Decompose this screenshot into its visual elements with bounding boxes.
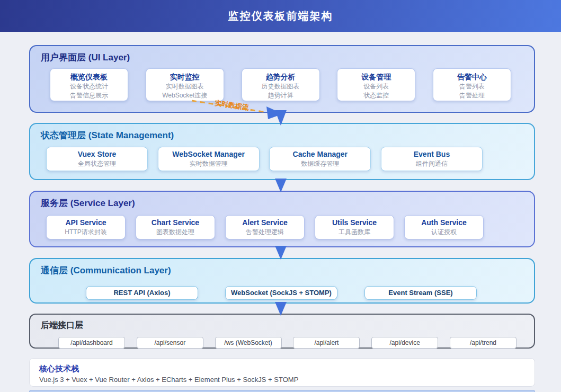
card-subtitle: 历史数据图表: [242, 82, 319, 91]
card-title: Event Bus: [381, 149, 482, 159]
state-layer-title: 状态管理层 (State Management): [41, 130, 534, 141]
ui-layer: 用户界面层 (UI Layer) 概览仪表板 设备状态统计 告警信息展示 实时监…: [29, 45, 535, 113]
card-subtitle: 趋势计算: [242, 91, 319, 100]
card-title: Alert Service: [226, 217, 304, 228]
card-title: REST API (Axios): [86, 287, 198, 299]
card-title: 实时监控: [146, 72, 224, 82]
card-subtitle: 设备列表: [337, 82, 415, 91]
card-realtime-monitor: 实时监控 实时数据图表 WebSocket连接: [146, 68, 224, 101]
page-header: 监控仪表板前端架构: [0, 0, 561, 32]
endpoint-api-sensor: /api/sensor: [137, 337, 203, 349]
tech-stack-title: 核心技术栈: [39, 363, 525, 373]
page-title: 监控仪表板前端架构: [228, 9, 333, 23]
state-management-layer: 状态管理层 (State Management) Vuex Store 全局状态…: [29, 123, 535, 180]
communication-layer-title: 通信层 (Communication Layer): [41, 265, 534, 277]
service-layer: 服务层 (Service Layer) API Service HTTP请求封装…: [29, 191, 535, 247]
card-subtitle: WebSocket连接: [146, 91, 224, 100]
architecture-diagram: 监控仪表板前端架构 用户界面层 (UI Layer) 概览仪表板 设备状态统计 …: [0, 0, 561, 392]
backend-layer-title: 后端接口层: [41, 319, 534, 331]
box-event-stream: Event Stream (SSE): [364, 286, 477, 300]
card-subtitle: 图表数据处理: [136, 228, 215, 237]
card-title: WebSocket (SockJS + STOMP): [226, 287, 337, 299]
card-alert-center: 告警中心 告警列表 告警处理: [433, 68, 511, 101]
card-subtitle: 告警列表: [433, 82, 511, 91]
communication-layer-cards: REST API (Axios) WebSocket (SockJS + STO…: [86, 286, 477, 300]
card-title: 概览仪表板: [50, 72, 128, 82]
service-layer-cards: API Service HTTP请求封装 Chart Service 图表数据处…: [46, 215, 484, 239]
card-title: WebSocket Manager: [158, 149, 259, 159]
endpoint-api-dashboard: /api/dashboard: [58, 337, 125, 349]
card-subtitle: 告警信息展示: [50, 91, 128, 100]
card-title: Vuex Store: [47, 149, 147, 159]
card-chart-service: Chart Service 图表数据处理: [136, 215, 215, 239]
box-websocket: WebSocket (SockJS + STOMP): [225, 286, 337, 300]
card-api-service: API Service HTTP请求封装: [46, 215, 126, 239]
card-device-management: 设备管理 设备列表 状态监控: [337, 68, 415, 101]
card-websocket-manager: WebSocket Manager 实时数据管理: [158, 147, 260, 171]
backend-layer-endpoints: /api/dashboard /api/sensor /ws (WebSocke…: [58, 337, 517, 349]
card-trend-analysis: 趋势分析 历史数据图表 趋势计算: [242, 68, 320, 101]
card-subtitle: 全局状态管理: [47, 159, 147, 168]
backend-api-layer: 后端接口层 /api/dashboard /api/sensor /ws (We…: [29, 314, 535, 349]
card-subtitle: 认证授权: [405, 228, 483, 237]
card-title: API Service: [47, 217, 125, 228]
card-subtitle: 实时数据图表: [146, 82, 224, 91]
card-title: Utils Service: [315, 217, 394, 228]
card-title: 告警中心: [433, 72, 511, 82]
endpoint-api-trend: /api/trend: [450, 337, 517, 349]
endpoint-label: /api/trend: [450, 337, 516, 348]
endpoint-label: /api/dashboard: [59, 337, 124, 348]
card-event-bus: Event Bus 组件间通信: [381, 147, 483, 171]
card-subtitle: 实时数据管理: [158, 159, 259, 168]
card-subtitle: 状态监控: [337, 91, 415, 100]
endpoint-label: /api/alert: [293, 337, 359, 348]
service-layer-title: 服务层 (Service Layer): [41, 198, 534, 209]
endpoint-api-device: /api/device: [371, 337, 438, 349]
ui-layer-title: 用户界面层 (UI Layer): [41, 52, 534, 64]
endpoint-ws-websocket: /ws (WebSocket): [215, 337, 282, 349]
tech-stack-items: Vue.js 3 + Vuex + Vue Router + Axios + E…: [39, 375, 525, 385]
card-vuex-store: Vuex Store 全局状态管理: [46, 147, 148, 171]
card-subtitle: 告警处理逻辑: [226, 228, 304, 237]
card-subtitle: 组件间通信: [381, 159, 482, 168]
card-subtitle: 告警处理: [433, 91, 511, 100]
cut-off-box-edge: [29, 390, 535, 392]
state-layer-cards: Vuex Store 全局状态管理 WebSocket Manager 实时数据…: [46, 147, 483, 171]
endpoint-api-alert: /api/alert: [293, 337, 360, 349]
card-title: Cache Manager: [270, 149, 370, 159]
card-title: Event Stream (SSE): [365, 287, 476, 299]
communication-layer: 通信层 (Communication Layer) REST API (Axio…: [29, 258, 535, 304]
card-alert-service: Alert Service 告警处理逻辑: [225, 215, 305, 239]
card-overview-dashboard: 概览仪表板 设备状态统计 告警信息展示: [50, 68, 128, 101]
card-cache-manager: Cache Manager 数据缓存管理: [269, 147, 371, 171]
card-utils-service: Utils Service 工具函数库: [315, 215, 394, 239]
tech-stack-box: 核心技术栈 Vue.js 3 + Vuex + Vue Router + Axi…: [29, 358, 535, 387]
endpoint-label: /api/sensor: [137, 337, 203, 348]
ui-layer-cards: 概览仪表板 设备状态统计 告警信息展示 实时监控 实时数据图表 WebSocke…: [50, 68, 511, 101]
card-title: Chart Service: [136, 217, 215, 228]
card-subtitle: 工具函数库: [315, 228, 394, 237]
endpoint-label: /ws (WebSocket): [216, 337, 281, 348]
endpoint-label: /api/device: [372, 337, 438, 348]
card-subtitle: 设备状态统计: [50, 82, 128, 91]
box-rest-api: REST API (Axios): [86, 286, 198, 300]
card-subtitle: 数据缓存管理: [270, 159, 370, 168]
card-title: 趋势分析: [242, 72, 319, 82]
card-title: 设备管理: [337, 72, 415, 82]
card-title: Auth Service: [405, 217, 483, 228]
card-auth-service: Auth Service 认证授权: [404, 215, 484, 239]
card-subtitle: HTTP请求封装: [47, 228, 125, 237]
